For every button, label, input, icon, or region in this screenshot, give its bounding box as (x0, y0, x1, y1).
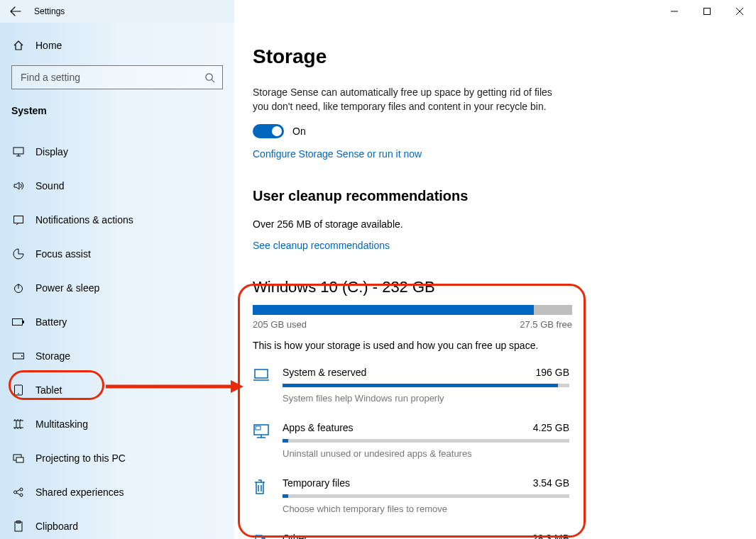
trash-icon (253, 477, 283, 514)
sidebar-item-label: Display (35, 146, 68, 157)
sidebar-item-label: Multitasking (35, 418, 88, 430)
svg-point-15 (20, 494, 23, 496)
svg-rect-2 (13, 148, 23, 154)
cleanup-link[interactable]: See cleanup recommendations (253, 240, 390, 251)
category-name: Other (283, 533, 307, 539)
sidebar-item-label: Shared experiences (35, 487, 124, 498)
category-bar (283, 384, 569, 387)
category-temporary-files[interactable]: Temporary files3.54 GBChoose which tempo… (253, 477, 728, 514)
window-title: Settings (34, 6, 65, 16)
category-name: System & reserved (283, 367, 366, 378)
category-name: Apps & features (283, 422, 354, 433)
nav-list: DisplaySoundNotifications & actionsFocus… (0, 135, 234, 539)
sidebar-item-multitasking[interactable]: Multitasking (0, 407, 234, 441)
category-bar (283, 439, 569, 443)
category-bar (283, 494, 569, 498)
home-icon (11, 40, 26, 51)
appfeat-icon (253, 422, 283, 459)
sidebar-item-clipboard[interactable]: Clipboard (0, 509, 234, 539)
sidebar-item-sound[interactable]: Sound (0, 169, 234, 203)
sidebar-item-projecting-to-this-pc[interactable]: Projecting to this PC (0, 441, 234, 475)
sidebar-item-label: Tablet (35, 384, 62, 396)
sidebar-item-battery[interactable]: Battery (0, 305, 234, 339)
titlebar: Settings (0, 0, 756, 23)
storage-icon (11, 352, 26, 360)
minimize-button[interactable] (658, 0, 691, 23)
project-icon (11, 452, 26, 464)
maximize-button[interactable] (691, 0, 723, 23)
svg-point-8 (21, 355, 23, 357)
content: Storage Storage Sense can automatically … (234, 23, 756, 539)
svg-rect-6 (23, 321, 24, 323)
svg-rect-18 (255, 369, 268, 378)
sidebar-item-label: Projecting to this PC (35, 452, 126, 464)
sidebar-item-label: Sound (35, 180, 64, 191)
other-icon (253, 533, 283, 539)
clipboard-icon (11, 521, 26, 532)
category-size: 4.25 GB (533, 422, 569, 433)
category-apps-features[interactable]: Apps & features4.25 GBUninstall unused o… (253, 422, 728, 459)
multitask-icon (11, 418, 26, 430)
sidebar-item-label: Focus assist (35, 248, 91, 260)
category-hint: Choose which temporary files to remove (283, 504, 569, 514)
sidebar-item-storage[interactable]: Storage (0, 339, 234, 373)
sidebar-item-focus-assist[interactable]: Focus assist (0, 237, 234, 271)
sound-icon (11, 180, 26, 191)
laptop-icon (253, 367, 283, 404)
search-box[interactable] (11, 65, 223, 89)
notify-icon (11, 214, 26, 226)
category-size: 196 GB (536, 367, 569, 378)
svg-point-14 (20, 488, 23, 491)
sidebar-item-label: Notifications & actions (35, 214, 133, 226)
svg-rect-12 (16, 457, 23, 462)
drive-usage-bar (253, 305, 572, 315)
sidebar-item-shared-experiences[interactable]: Shared experiences (0, 475, 234, 509)
svg-rect-3 (14, 216, 23, 223)
shared-icon (11, 487, 26, 498)
configure-link[interactable]: Configure Storage Sense or run it now (253, 148, 422, 160)
category-size: 28.3 MB (532, 533, 569, 539)
page-title: Storage (253, 45, 728, 68)
close-button[interactable] (723, 0, 756, 23)
minimize-icon (671, 8, 678, 15)
maximize-icon (703, 8, 711, 15)
drive-title: Windows 10 (C:) - 232 GB (253, 278, 728, 296)
sidebar-item-label: Battery (35, 316, 67, 328)
arrow-left-icon (10, 6, 21, 17)
search-icon (204, 72, 215, 83)
drive-desc: This is how your storage is used and how… (253, 340, 728, 351)
sidebar: Home System DisplaySoundNotifications & … (0, 23, 234, 539)
svg-rect-20 (256, 426, 261, 430)
category-hint: Uninstall unused or undesired apps & fea… (283, 448, 569, 459)
category-list: System & reserved196 GBSystem files help… (253, 367, 728, 539)
category-other[interactable]: Other28.3 MB (253, 533, 728, 539)
focus-icon (11, 248, 26, 260)
display-icon (11, 146, 26, 157)
sidebar-item-label: Power & sleep (35, 282, 99, 294)
category-size: 3.54 GB (533, 477, 569, 489)
tablet-icon (11, 384, 26, 396)
back-button[interactable] (0, 0, 31, 23)
sidebar-item-notifications-actions[interactable]: Notifications & actions (0, 203, 234, 237)
sidebar-item-display[interactable]: Display (0, 135, 234, 169)
storage-sense-toggle[interactable] (253, 124, 284, 138)
drive-free: 27.5 GB free (520, 319, 572, 330)
sidebar-item-label: Storage (35, 350, 70, 362)
svg-rect-5 (13, 319, 23, 326)
search-input[interactable] (19, 71, 204, 84)
home-link[interactable]: Home (11, 33, 223, 58)
category-system-reserved[interactable]: System & reserved196 GBSystem files help… (253, 367, 728, 404)
svg-rect-0 (704, 9, 711, 15)
close-icon (736, 8, 743, 15)
drive-used: 205 GB used (253, 319, 307, 330)
cleanup-heading: User cleanup recommendations (253, 188, 728, 204)
battery-icon (11, 318, 26, 326)
category-hint: System files help Windows run properly (283, 393, 569, 404)
sidebar-item-label: Clipboard (35, 521, 78, 532)
power-icon (11, 282, 26, 294)
svg-point-1 (206, 73, 212, 79)
storage-sense-desc: Storage Sense can automatically free up … (253, 85, 558, 114)
sidebar-item-power-sleep[interactable]: Power & sleep (0, 271, 234, 305)
category-name: Temporary files (283, 477, 350, 489)
sidebar-item-tablet[interactable]: Tablet (0, 373, 234, 407)
